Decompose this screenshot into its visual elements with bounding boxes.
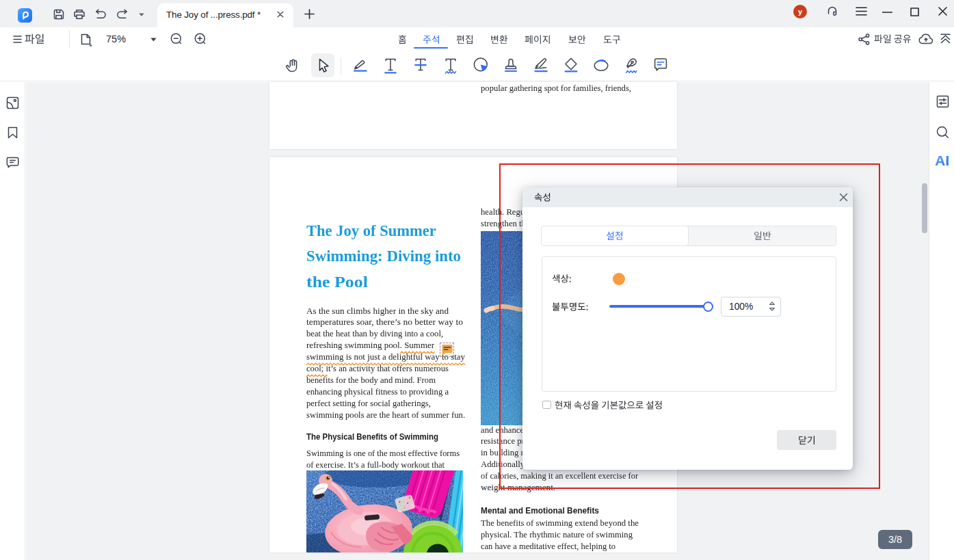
svg-text:AI: AI [935,154,949,168]
